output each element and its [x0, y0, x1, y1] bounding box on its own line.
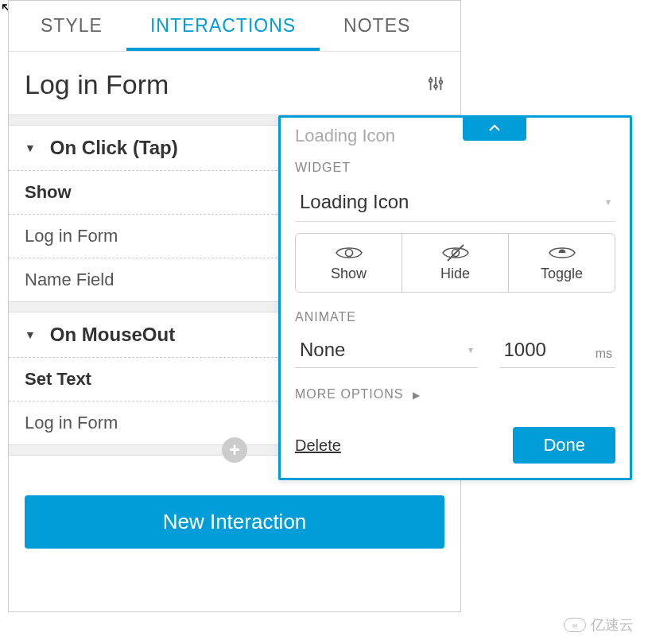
tab-style[interactable]: STYLE	[17, 1, 126, 51]
widget-value: Loading Icon	[300, 191, 409, 213]
duration-value: 1000	[503, 339, 590, 361]
delete-link[interactable]: Delete	[295, 436, 341, 455]
popup-footer: Delete Done	[281, 409, 630, 478]
tab-bar: STYLE INTERACTIONS NOTES	[9, 1, 460, 52]
caret-right-icon: ▶	[413, 390, 421, 401]
trigger-label: On MouseOut	[50, 324, 175, 346]
eye-slash-icon	[441, 243, 470, 262]
duration-unit: ms	[596, 347, 612, 361]
svg-point-5	[440, 80, 443, 83]
watermark-icon: ∞	[564, 618, 586, 632]
animate-dropdown[interactable]: None ▾	[295, 332, 478, 368]
eye-icon	[335, 243, 363, 262]
add-action-button[interactable]: +	[222, 437, 247, 463]
animate-section-label: ANIMATE	[281, 299, 630, 329]
panel-header: Log in Form	[9, 52, 460, 114]
visibility-button-group: Show Hide Toggle	[295, 233, 615, 293]
chevron-down-icon: ▾	[606, 196, 611, 208]
popup-header: Loading Icon	[281, 118, 630, 149]
collapse-triangle-icon: ▼	[25, 142, 36, 154]
watermark-text: 亿速云	[591, 615, 634, 634]
animate-value: None	[300, 339, 345, 361]
svg-point-1	[429, 79, 433, 82]
action-config-popup: Loading Icon WIDGET Loading Icon ▾ Show …	[278, 115, 632, 480]
svg-line-8	[448, 245, 464, 261]
visibility-toggle-button[interactable]: Toggle	[509, 234, 615, 292]
popup-header-hint: Loading Icon	[295, 126, 395, 146]
collapse-triangle-icon: ▼	[25, 328, 36, 341]
chevron-down-icon: ▾	[468, 344, 473, 355]
visibility-hide-button[interactable]: Hide	[402, 234, 509, 292]
trigger-label: On Click (Tap)	[50, 137, 178, 159]
duration-input[interactable]: 1000 ms	[500, 332, 615, 368]
visibility-show-label: Show	[296, 266, 402, 282]
eye-half-icon	[548, 243, 576, 262]
collapse-popup-tab[interactable]	[463, 115, 526, 141]
panel-title: Log in Form	[25, 69, 169, 100]
widget-dropdown[interactable]: Loading Icon ▾	[295, 183, 615, 222]
new-interaction-button[interactable]: New Interaction	[25, 495, 444, 549]
done-button[interactable]: Done	[513, 427, 615, 464]
visibility-show-button[interactable]: Show	[296, 234, 402, 292]
tab-interactions[interactable]: INTERACTIONS	[126, 1, 320, 51]
visibility-toggle-label: Toggle	[509, 266, 615, 282]
animate-row: None ▾ 1000 ms	[295, 332, 615, 368]
tab-notes[interactable]: NOTES	[320, 1, 434, 51]
settings-sliders-icon[interactable]	[427, 75, 444, 95]
widget-section-label: WIDGET	[281, 149, 630, 180]
svg-point-6	[345, 250, 352, 257]
more-options-toggle[interactable]: MORE OPTIONS ▶	[281, 374, 630, 409]
watermark: ∞ 亿速云	[564, 615, 634, 634]
svg-point-3	[434, 84, 437, 87]
more-options-label: MORE OPTIONS	[295, 387, 403, 401]
visibility-hide-label: Hide	[402, 266, 508, 282]
